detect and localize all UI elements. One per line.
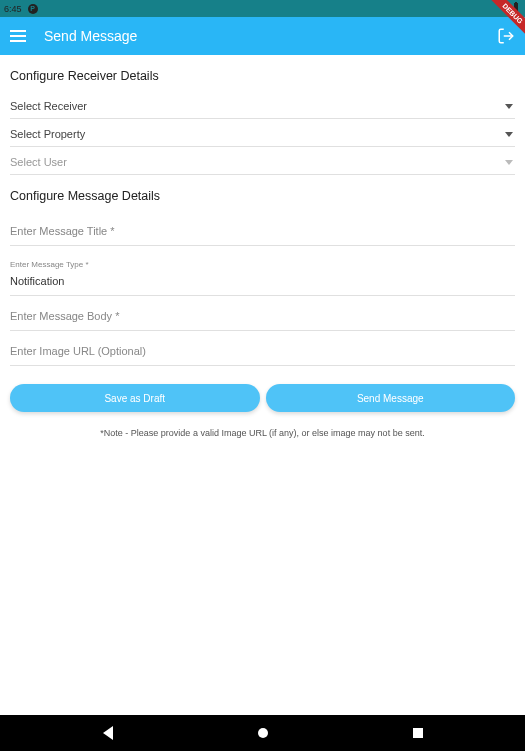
- app-bar: Send Message: [0, 17, 525, 55]
- nav-home-button[interactable]: [258, 728, 268, 738]
- status-icons-right: [499, 2, 519, 14]
- nav-recent-button[interactable]: [413, 728, 423, 738]
- chevron-down-icon: [505, 160, 513, 165]
- android-status-bar: 6:45 P: [0, 0, 525, 17]
- receiver-section-heading: Configure Receiver Details: [0, 55, 525, 91]
- message-type-field-wrap: Enter Message Type *: [10, 246, 515, 296]
- message-body-field-wrap: [10, 296, 515, 331]
- message-body-input[interactable]: [10, 310, 515, 322]
- content-area: Configure Receiver Details Select Receiv…: [0, 55, 525, 715]
- select-property-dropdown[interactable]: Select Property: [10, 119, 515, 147]
- chevron-down-icon: [505, 132, 513, 137]
- svg-rect-0: [514, 3, 518, 11]
- select-receiver-dropdown[interactable]: Select Receiver: [10, 91, 515, 119]
- dropdown-label: Select Property: [10, 128, 85, 140]
- image-url-field-wrap: [10, 331, 515, 366]
- nav-back-button[interactable]: [103, 726, 113, 740]
- select-user-dropdown[interactable]: Select User: [10, 147, 515, 175]
- dropdown-label: Select Receiver: [10, 100, 87, 112]
- logout-icon[interactable]: [497, 27, 515, 45]
- svg-rect-1: [515, 2, 517, 3]
- page-title: Send Message: [44, 28, 497, 44]
- dropdown-label: Select User: [10, 156, 67, 168]
- menu-icon[interactable]: [10, 26, 30, 46]
- message-title-field-wrap: [10, 211, 515, 246]
- parking-icon: P: [28, 4, 38, 14]
- message-type-input[interactable]: [10, 275, 515, 287]
- chevron-down-icon: [505, 104, 513, 109]
- message-title-input[interactable]: [10, 225, 515, 237]
- message-type-label: Enter Message Type *: [10, 260, 515, 269]
- status-time: 6:45: [4, 4, 22, 14]
- save-draft-button[interactable]: Save as Draft: [10, 384, 260, 412]
- send-message-button[interactable]: Send Message: [266, 384, 516, 412]
- button-row: Save as Draft Send Message: [10, 384, 515, 412]
- android-nav-bar: [0, 715, 525, 751]
- battery-icon: [513, 2, 519, 14]
- image-url-input[interactable]: [10, 345, 515, 357]
- note-text: *Note - Please provide a valid Image URL…: [0, 428, 525, 438]
- wifi-icon: [499, 2, 511, 14]
- message-section-heading: Configure Message Details: [0, 175, 525, 211]
